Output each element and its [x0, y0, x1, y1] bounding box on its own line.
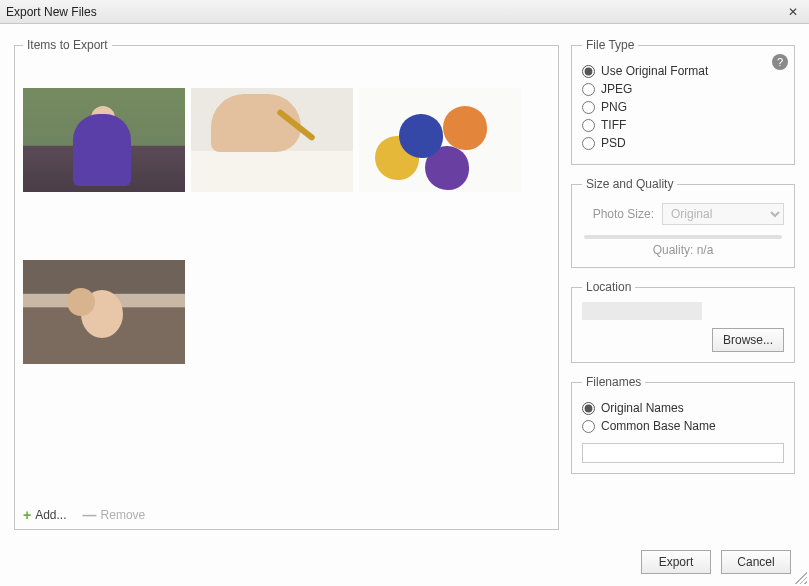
file-type-option-jpeg[interactable]: JPEG: [582, 82, 784, 96]
file-type-legend: File Type: [582, 38, 638, 52]
quality-label: Quality: n/a: [582, 243, 784, 257]
radio-label: PNG: [601, 100, 627, 114]
items-legend: Items to Export: [23, 38, 112, 52]
location-group: Location Browse...: [571, 280, 795, 363]
file-type-option-original[interactable]: Use Original Format: [582, 64, 784, 78]
browse-button[interactable]: Browse...: [712, 328, 784, 352]
location-legend: Location: [582, 280, 635, 294]
radio-input[interactable]: [582, 101, 595, 114]
remove-items-button: — Remove: [83, 507, 146, 523]
left-panel: Items to Export + Add... — Remove: [14, 38, 559, 530]
size-and-quality-group: Size and Quality Photo Size: Original Qu…: [571, 177, 795, 268]
radio-input[interactable]: [582, 65, 595, 78]
items-actions: + Add... — Remove: [23, 501, 548, 523]
close-button[interactable]: ✕: [783, 3, 803, 21]
export-button[interactable]: Export: [641, 550, 711, 574]
titlebar: Export New Files ✕: [0, 0, 809, 24]
size-quality-legend: Size and Quality: [582, 177, 677, 191]
filenames-legend: Filenames: [582, 375, 645, 389]
radio-input[interactable]: [582, 83, 595, 96]
plus-icon: +: [23, 507, 31, 523]
remove-label: Remove: [101, 508, 146, 522]
close-icon: ✕: [788, 5, 798, 19]
file-type-option-psd[interactable]: PSD: [582, 136, 784, 150]
radio-label: JPEG: [601, 82, 632, 96]
filenames-group: Filenames Original Names Common Base Nam…: [571, 375, 795, 474]
radio-label: Original Names: [601, 401, 684, 415]
filenames-option-original[interactable]: Original Names: [582, 401, 784, 415]
common-base-name-input[interactable]: [582, 443, 784, 463]
filenames-option-common[interactable]: Common Base Name: [582, 419, 784, 433]
export-thumbnail[interactable]: [23, 88, 185, 192]
dialog-footer: Export Cancel: [0, 538, 809, 586]
radio-label: PSD: [601, 136, 626, 150]
radio-label: Common Base Name: [601, 419, 716, 433]
export-thumbnail[interactable]: [359, 88, 521, 192]
right-panel: File Type ? Use Original Format JPEG PNG…: [571, 38, 795, 530]
radio-label: TIFF: [601, 118, 626, 132]
window-title: Export New Files: [6, 5, 783, 19]
radio-input[interactable]: [582, 402, 595, 415]
photo-size-label: Photo Size:: [582, 207, 654, 221]
radio-label: Use Original Format: [601, 64, 708, 78]
items-to-export-group: Items to Export + Add... — Remove: [14, 38, 559, 530]
radio-input[interactable]: [582, 119, 595, 132]
radio-input[interactable]: [582, 420, 595, 433]
export-thumbnail[interactable]: [191, 88, 353, 192]
add-items-button[interactable]: + Add...: [23, 507, 67, 523]
quality-slider: [584, 235, 782, 239]
file-type-group: File Type ? Use Original Format JPEG PNG…: [571, 38, 795, 165]
dialog-content: Items to Export + Add... — Remove Fi: [0, 24, 809, 538]
minus-icon: —: [83, 507, 97, 523]
add-label: Add...: [35, 508, 66, 522]
cancel-button[interactable]: Cancel: [721, 550, 791, 574]
thumbnail-grid: [23, 60, 548, 501]
resize-grip[interactable]: [795, 572, 807, 584]
help-icon[interactable]: ?: [772, 54, 788, 70]
file-type-option-png[interactable]: PNG: [582, 100, 784, 114]
photo-size-select: Original: [662, 203, 784, 225]
export-thumbnail[interactable]: [23, 260, 185, 364]
file-type-option-tiff[interactable]: TIFF: [582, 118, 784, 132]
location-path: [582, 302, 702, 320]
radio-input[interactable]: [582, 137, 595, 150]
